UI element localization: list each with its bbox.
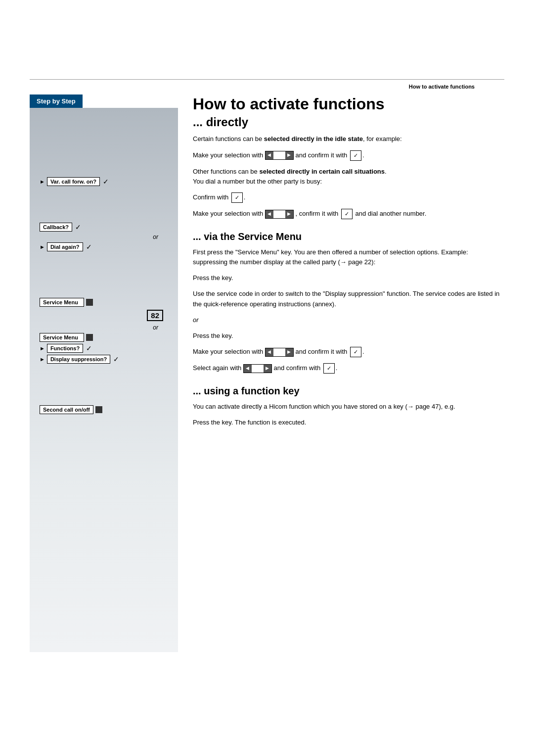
arrow-icon-functions: ►: [40, 345, 45, 351]
right-arrow-2: ▶: [285, 210, 293, 218]
arrow-nav-2: ◀ ▶: [265, 210, 294, 219]
sidebar-item-service-menu-1: Service Menu: [40, 298, 173, 307]
header-text: How to activate functions: [409, 84, 475, 90]
arrow-icon-dial: ►: [40, 244, 45, 250]
page-title: How to activate functions: [193, 94, 504, 113]
confirm-box-1: ✓: [350, 150, 361, 161]
confirm-box-4: ✓: [350, 347, 361, 357]
para-service-5: Make your selection with ◀ ▶ and confirm…: [193, 347, 504, 357]
sidebar-item-callback: Callback? ✓: [40, 223, 173, 232]
sidebar: Step by Step ► Var. call forw. on? ✓ Cal…: [30, 94, 178, 652]
label-second-call: Second call on/off: [40, 405, 93, 414]
checkmark-dial: ✓: [86, 243, 92, 251]
arrow-nav-1: ◀ ▶: [265, 151, 294, 160]
sidebar-item-second-call: Second call on/off: [40, 405, 173, 414]
header-section-label: How to activate functions: [30, 79, 504, 90]
para-service-6: Select again with ◀ ▶ and confirm with ✓…: [193, 363, 504, 374]
para-service-1: First press the "Service Menu" key. You …: [193, 247, 504, 267]
mid-space-4: [252, 365, 264, 373]
mid-space-3: [273, 348, 285, 356]
sidebar-or-1: or: [40, 234, 173, 240]
checkmark-functions: ✓: [86, 344, 92, 352]
para-directly-2: Make your selection with ◀ ▶ and confirm…: [193, 150, 504, 161]
section-function-key-title: ... using a function key: [193, 385, 504, 397]
number-code: 82: [147, 310, 163, 321]
label-callback: Callback?: [40, 223, 72, 232]
para-funckey-1: You can activate directly a Hicom functi…: [193, 402, 504, 412]
label-dial-again: Dial again?: [47, 242, 83, 251]
small-square-service-2: [86, 334, 93, 341]
label-functions: Functions?: [47, 344, 83, 353]
small-square-service-1: [86, 299, 93, 306]
left-arrow-3: ◀: [266, 348, 273, 356]
label-display-suppression: Display suppression?: [47, 355, 110, 364]
small-square-second-call: [95, 406, 102, 413]
para-funckey-2: Press the key. The function is executed.: [193, 418, 504, 427]
para-service-3: Use the service code in order to switch …: [193, 289, 504, 309]
para-directly-3: Other functions can be selected directly…: [193, 167, 504, 187]
para-service-4: Press the key.: [193, 331, 504, 341]
section-directly-title: ... directly: [193, 115, 504, 129]
left-arrow-1: ◀: [266, 151, 273, 159]
sidebar-item-dial-again: ► Dial again? ✓: [40, 242, 173, 251]
para-service-or: or: [193, 315, 504, 325]
arrow-nav-4: ◀ ▶: [243, 364, 272, 373]
confirm-box-5: ✓: [323, 363, 335, 374]
main-content: How to activate functions ... directly C…: [178, 94, 504, 652]
sidebar-item-service-menu-2: Service Menu: [40, 333, 173, 342]
confirm-box-3: ✓: [341, 209, 353, 219]
checkmark-callback: ✓: [75, 223, 81, 231]
sidebar-or-2: or: [40, 324, 173, 331]
arrow-icon-display: ►: [40, 356, 45, 362]
step-by-step-badge: Step by Step: [30, 94, 83, 108]
para-service-2: Press the key.: [193, 273, 504, 283]
label-service-menu-2: Service Menu: [40, 333, 84, 342]
para-directly-4: Confirm with ✓.: [193, 192, 504, 203]
sidebar-item-display-suppression: ► Display suppression? ✓: [40, 355, 173, 364]
checkmark-display: ✓: [113, 355, 119, 363]
mid-space-2: [273, 210, 285, 218]
badge-label: Step by Step: [37, 97, 76, 105]
mid-space-1: [273, 151, 285, 159]
para-directly-5: Make your selection with ◀ ▶ , confirm i…: [193, 209, 504, 219]
arrow-icon-var: ►: [40, 179, 45, 185]
right-arrow-4: ▶: [264, 365, 271, 373]
left-arrow-4: ◀: [244, 365, 252, 373]
left-arrow-2: ◀: [266, 210, 273, 218]
content-area: Step by Step ► Var. call forw. on? ✓ Cal…: [30, 94, 504, 652]
section-service-menu-title: ... via the Service Menu: [193, 231, 504, 242]
checkmark-var: ✓: [103, 178, 109, 186]
sidebar-item-functions: ► Functions? ✓: [40, 344, 173, 353]
sidebar-item-var-call-forw: ► Var. call forw. on? ✓: [40, 177, 173, 186]
confirm-box-2: ✓: [231, 192, 243, 203]
arrow-nav-3: ◀ ▶: [265, 348, 294, 357]
page: How to activate functions Step by Step ►…: [0, 79, 534, 756]
label-service-menu-1: Service Menu: [40, 298, 84, 307]
para-directly-1: Certain functions can be selected direct…: [193, 134, 504, 144]
right-arrow-1: ▶: [285, 151, 293, 159]
label-var-call-forw: Var. call forw. on?: [47, 177, 100, 186]
sidebar-gradient: ► Var. call forw. on? ✓ Callback? ✓ or ►…: [30, 108, 178, 652]
right-arrow-3: ▶: [285, 348, 293, 356]
